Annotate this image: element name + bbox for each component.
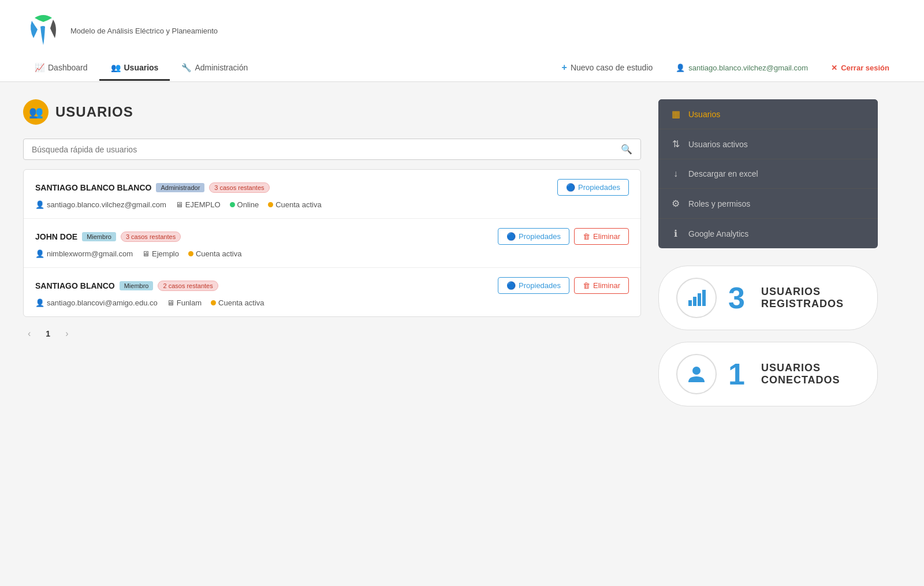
user-actions: 🔵 Propiedades 🗑 Eliminar: [498, 228, 629, 245]
stat-card-connected: 1 USUARIOS CONECTADOS: [658, 342, 878, 406]
connected-count: 1: [728, 357, 745, 391]
user-name-area: SANTIAGO BLANCO Miembro 2 casos restante…: [35, 281, 218, 291]
info-icon: ℹ: [670, 228, 681, 239]
user-account-detail: Cuenta activa: [211, 298, 264, 307]
user-email-detail: 👤 santiago.blancovi@amigo.edu.co: [35, 298, 158, 307]
role-badge: Miembro: [120, 281, 154, 290]
connected-label: USUARIOS CONECTADOS: [761, 362, 860, 386]
current-page: 1: [41, 327, 55, 341]
cases-badge: 3 casos restantes: [209, 182, 269, 193]
props-icon: 🔵: [566, 183, 575, 192]
sidebar-item-descargar-excel[interactable]: ↓ Descargar en excel: [658, 159, 878, 189]
sidebar-menu: ▦ Usuarios ⇅ Usuarios activos ↓ Descarga…: [658, 99, 878, 248]
table-row: SANTIAGO BLANCO BLANCO Administrador 3 c…: [24, 170, 640, 219]
nav-administracion[interactable]: 🔧 Administración: [170, 56, 259, 81]
admin-icon: 🔧: [181, 63, 191, 72]
svg-rect-0: [688, 300, 692, 306]
user-name: JOHN DOE: [35, 232, 77, 241]
nav-logout[interactable]: ✕ Cerrar sesión: [819, 57, 901, 81]
user-name: SANTIAGO BLANCO: [35, 281, 115, 290]
properties-button[interactable]: 🔵 Propiedades: [498, 277, 569, 294]
main-content: 👥 USUARIOS 🔍 SANTIAGO BLANCO BLANCO Admi…: [0, 82, 901, 435]
grid-icon: ▦: [670, 109, 681, 120]
user-details: 👤 nimblexworm@gmail.com 🖥 Ejemplo Cuenta…: [35, 249, 629, 258]
user-account-detail: Cuenta activa: [188, 249, 242, 258]
connected-icon-circle: [676, 354, 717, 394]
logout-icon: ✕: [831, 64, 837, 72]
role-badge: Administrador: [156, 183, 204, 192]
nav-usuarios[interactable]: 👥 Usuarios: [99, 56, 170, 81]
user-email-detail: 👤 nimblexworm@gmail.com: [35, 249, 133, 258]
page-title: USUARIOS: [55, 104, 133, 120]
properties-button[interactable]: 🔵 Propiedades: [498, 228, 569, 245]
building-icon: 🖥: [167, 298, 174, 307]
account-circle-icon: 👤: [35, 249, 44, 258]
user-icon: 👤: [676, 64, 685, 72]
plus-icon: +: [562, 62, 567, 73]
svg-rect-3: [702, 290, 706, 306]
user-details: 👤 santiago.blancovi@amigo.edu.co 🖥 Funla…: [35, 298, 629, 307]
page-title-area: 👥 USUARIOS: [23, 99, 641, 125]
logo-icon: [23, 9, 64, 50]
user-company-detail: 🖥 EJEMPLO: [176, 200, 221, 209]
content-left: 👥 USUARIOS 🔍 SANTIAGO BLANCO BLANCO Admi…: [23, 99, 641, 418]
stat-card-registered: 3 USUARIOS REGISTRADOS: [658, 266, 878, 330]
dashboard-icon: 📈: [35, 63, 44, 72]
account-circle-icon: 👤: [35, 200, 44, 209]
next-page-button[interactable]: ›: [61, 326, 73, 341]
prev-page-button[interactable]: ‹: [23, 326, 35, 341]
sidebar-item-usuarios[interactable]: ▦ Usuarios: [658, 99, 878, 129]
content-right: ▦ Usuarios ⇅ Usuarios activos ↓ Descarga…: [658, 99, 878, 418]
nav-dashboard[interactable]: 📈 Dashboard: [23, 56, 99, 81]
search-input[interactable]: [32, 145, 621, 154]
table-row: JOHN DOE Miembro 3 casos restantes 🔵 Pro…: [24, 219, 640, 268]
registered-count: 3: [728, 281, 745, 315]
cases-badge: 3 casos restantes: [121, 232, 181, 242]
user-account-detail: Cuenta activa: [268, 200, 322, 209]
table-row: SANTIAGO BLANCO Miembro 2 casos restante…: [24, 268, 640, 316]
status-dot-green: [230, 202, 235, 207]
header: Modelo de Análisis Eléctrico y Planeamie…: [0, 0, 924, 82]
user-name: SANTIAGO BLANCO BLANCO: [35, 183, 151, 192]
props-icon: 🔵: [506, 232, 516, 241]
svg-point-4: [692, 367, 701, 375]
user-name-area: JOHN DOE Miembro 3 casos restantes: [35, 232, 181, 242]
cases-badge: 2 casos restantes: [158, 281, 218, 291]
properties-button[interactable]: 🔵 Propiedades: [557, 179, 629, 196]
trash-icon: 🗑: [583, 281, 590, 290]
user-actions: 🔵 Propiedades: [557, 179, 629, 196]
user-email-detail: 👤 santiago.blanco.vilchez@gmail.com: [35, 200, 166, 209]
sidebar-item-usuarios-activos[interactable]: ⇅ Usuarios activos: [658, 129, 878, 159]
user-status-detail: Online: [230, 200, 259, 209]
account-dot-yellow: [211, 300, 216, 305]
svg-rect-1: [693, 297, 696, 306]
delete-button[interactable]: 🗑 Eliminar: [574, 277, 629, 294]
sidebar-item-google-analytics[interactable]: ℹ Google Analytics: [658, 219, 878, 248]
user-name-area: SANTIAGO BLANCO BLANCO Administrador 3 c…: [35, 182, 270, 193]
svg-rect-2: [698, 293, 701, 306]
user-company-detail: 🖥 Funlam: [167, 298, 202, 307]
props-icon: 🔵: [506, 281, 516, 290]
nav-user-email[interactable]: 👤 santiago.blanco.vilchez@gmail.com: [664, 57, 819, 81]
user-company-detail: 🖥 Ejemplo: [142, 249, 179, 258]
building-icon: 🖥: [142, 249, 150, 258]
nav-new-case[interactable]: + Nuevo caso de estudio: [550, 55, 665, 81]
user-actions: 🔵 Propiedades 🗑 Eliminar: [498, 277, 629, 294]
pagination: ‹ 1 ›: [23, 317, 641, 350]
registered-icon-circle: [676, 278, 717, 318]
gear-icon: ⚙: [670, 198, 681, 209]
download-icon: ↓: [670, 169, 681, 179]
trash-icon: 🗑: [583, 232, 590, 241]
main-nav: 📈 Dashboard 👥 Usuarios 🔧 Administración …: [23, 55, 901, 81]
user-details: 👤 santiago.blanco.vilchez@gmail.com 🖥 EJ…: [35, 200, 629, 209]
sort-icon: ⇅: [670, 139, 681, 150]
sidebar-item-roles-permisos[interactable]: ⚙ Roles y permisos: [658, 189, 878, 219]
role-badge: Miembro: [82, 232, 116, 241]
page-title-icon: 👥: [23, 99, 49, 125]
building-icon: 🖥: [176, 200, 183, 209]
delete-button[interactable]: 🗑 Eliminar: [574, 228, 629, 245]
registered-label: USUARIOS REGISTRADOS: [761, 286, 860, 310]
search-box[interactable]: 🔍: [23, 139, 641, 160]
usuarios-icon: 👥: [111, 63, 121, 72]
logo-area: Modelo de Análisis Eléctrico y Planeamie…: [23, 9, 901, 50]
